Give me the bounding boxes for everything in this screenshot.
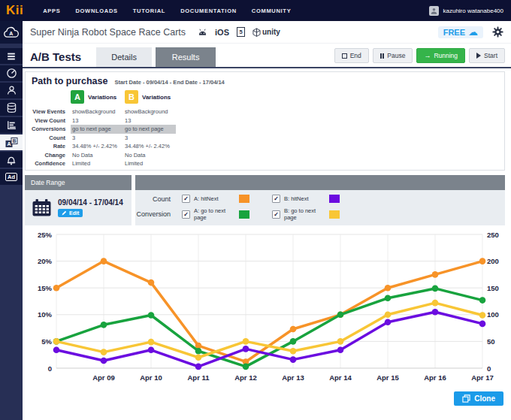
user-icon <box>6 85 17 96</box>
sidebar-item-users[interactable] <box>0 83 23 98</box>
data-point-a-go-to-next-page[interactable] <box>337 312 344 319</box>
sidebar: A B Ad <box>0 44 23 420</box>
legend-checkbox[interactable]: ✓ <box>272 195 280 203</box>
x-axis-label: Apr 09 <box>92 373 115 382</box>
nav-item-documentation[interactable]: DOCUMENTATION <box>180 8 237 14</box>
data-point-b-go-to-next-page[interactable] <box>243 338 249 345</box>
data-point-b-go-to-next-page[interactable] <box>101 349 107 355</box>
data-point-b-go-to-next-page[interactable] <box>195 354 202 361</box>
start-button[interactable]: Start <box>469 48 505 63</box>
date-range-section: Date Range <box>25 175 132 225</box>
data-point-b-hitnext[interactable] <box>432 309 439 316</box>
data-point-a-go-to-next-page[interactable] <box>479 297 486 304</box>
legend-color-swatch <box>329 195 340 203</box>
kii-logo[interactable]: Kii <box>6 3 23 18</box>
nav-item-tutorial[interactable]: TUTORIAL <box>133 8 165 14</box>
data-point-a-hitnext[interactable] <box>479 258 486 264</box>
data-point-b-hitnext[interactable] <box>385 319 392 325</box>
data-point-a-hitnext[interactable] <box>290 326 297 333</box>
row-label: Rate <box>32 143 71 150</box>
data-point-a-go-to-next-page[interactable] <box>243 364 249 370</box>
sidebar-item-ab-test[interactable]: A B <box>0 134 23 150</box>
data-point-b-hitnext[interactable] <box>243 346 249 352</box>
pause-icon <box>380 53 385 59</box>
variation-b-value: go to next page <box>123 125 176 132</box>
data-point-b-hitnext[interactable] <box>148 346 155 353</box>
data-point-b-hitnext[interactable] <box>195 364 202 370</box>
variation-a-value: 34.48% +/- 2.42% <box>71 143 123 150</box>
date-range-value: 09/04/14 - 17/04/14 <box>58 198 123 207</box>
clone-button[interactable]: Clone <box>454 391 503 406</box>
sidebar-item-menu[interactable] <box>0 48 23 64</box>
sidebar-item-dashboard[interactable] <box>0 65 23 81</box>
cloud-icon: ☁ <box>468 29 478 36</box>
data-point-a-hitnext[interactable] <box>432 271 439 278</box>
sidebar-item-notifications[interactable] <box>0 152 23 168</box>
variations-row-rate: Rate34.48% +/- 2.42%34.48% +/- 2.42% <box>32 142 498 151</box>
user-avatar[interactable] <box>429 6 439 16</box>
data-point-b-hitnext[interactable] <box>53 346 60 353</box>
end-button[interactable]: End <box>334 48 369 63</box>
x-axis-label: Apr 12 <box>234 373 257 382</box>
data-point-b-go-to-next-page[interactable] <box>148 339 155 346</box>
legend-group-label: Conversion <box>135 210 171 218</box>
sidebar-item-data[interactable] <box>0 100 23 116</box>
data-point-a-hitnext[interactable] <box>101 258 107 264</box>
edit-date-range-button[interactable]: Edit <box>58 209 83 217</box>
app-cloud-tile[interactable]: A <box>0 21 23 44</box>
variation-b-value: 34.48% +/- 2.42% <box>123 143 176 150</box>
variation-b-value: showBackground <box>123 108 176 115</box>
plan-badge[interactable]: FREE ☁ <box>438 26 483 38</box>
data-point-b-hitnext[interactable] <box>290 356 297 363</box>
data-point-b-go-to-next-page[interactable] <box>432 300 439 307</box>
data-point-a-hitnext[interactable] <box>148 279 155 286</box>
running-button[interactable]: → Running <box>416 48 465 63</box>
nav-item-downloads[interactable]: DOWNLOADS <box>75 8 117 14</box>
data-point-a-go-to-next-page[interactable] <box>290 338 297 345</box>
kii-console-page: Kii APPSDOWNLOADSTUTORIALDOCUMENTATIONCO… <box>0 0 511 420</box>
legend-checkbox[interactable]: ✓ <box>272 210 280 219</box>
username[interactable]: kazuhiro watanabe400 <box>443 8 503 14</box>
row-values: showBackgroundshowBackground <box>71 107 176 116</box>
clone-label: Clone <box>474 394 495 403</box>
sidebar-item-ads[interactable]: Ad <box>0 169 23 185</box>
variation-b-value: 3 <box>123 134 176 141</box>
settings-button[interactable] <box>492 26 503 38</box>
top-navigation: Kii APPSDOWNLOADSTUTORIALDOCUMENTATIONCO… <box>0 0 511 21</box>
data-point-a-go-to-next-page[interactable] <box>195 348 202 355</box>
tab-results[interactable]: Results <box>156 47 216 67</box>
legend-checkbox[interactable]: ✓ <box>182 210 190 219</box>
legend-checkbox[interactable]: ✓ <box>182 195 190 203</box>
sidebar-item-analytics[interactable] <box>0 117 23 133</box>
data-point-a-go-to-next-page[interactable] <box>148 312 155 319</box>
row-values: 1313 <box>71 116 176 125</box>
pause-button[interactable]: Pause <box>373 48 413 63</box>
running-button-label: Running <box>434 52 458 59</box>
experiment-dates: Start Date - 09/04/14 - End Date - 17/04… <box>114 79 224 86</box>
data-point-a-hitnext[interactable] <box>385 285 392 292</box>
test-actions: End Pause → Running Start <box>334 48 511 63</box>
variation-a-value: 3 <box>71 134 123 141</box>
left-axis-tick: 0 <box>48 364 52 373</box>
data-point-a-go-to-next-page[interactable] <box>101 322 107 328</box>
legend-item-b-hitnext: ✓B: hitNext <box>272 195 340 203</box>
nav-item-community[interactable]: COMMUNITY <box>252 8 292 14</box>
data-point-a-go-to-next-page[interactable] <box>385 295 392 301</box>
data-point-b-hitnext[interactable] <box>479 321 486 328</box>
data-point-b-go-to-next-page[interactable] <box>479 312 486 319</box>
data-point-b-go-to-next-page[interactable] <box>53 338 60 345</box>
row-values: 33 <box>71 134 176 143</box>
tab-details[interactable]: Details <box>96 47 152 67</box>
data-point-b-hitnext[interactable] <box>101 358 107 364</box>
end-button-label: End <box>350 52 361 59</box>
data-point-b-go-to-next-page[interactable] <box>385 312 392 319</box>
data-point-b-go-to-next-page[interactable] <box>290 348 297 355</box>
variation-a-title: Variations <box>88 94 116 101</box>
variation-a-value: showBackground <box>71 108 123 115</box>
data-point-a-hitnext[interactable] <box>53 285 60 292</box>
data-point-b-go-to-next-page[interactable] <box>337 338 344 345</box>
nav-item-apps[interactable]: APPS <box>43 8 60 14</box>
data-point-a-go-to-next-page[interactable] <box>432 286 439 292</box>
copy-icon <box>462 394 470 403</box>
data-point-b-hitnext[interactable] <box>337 346 344 353</box>
